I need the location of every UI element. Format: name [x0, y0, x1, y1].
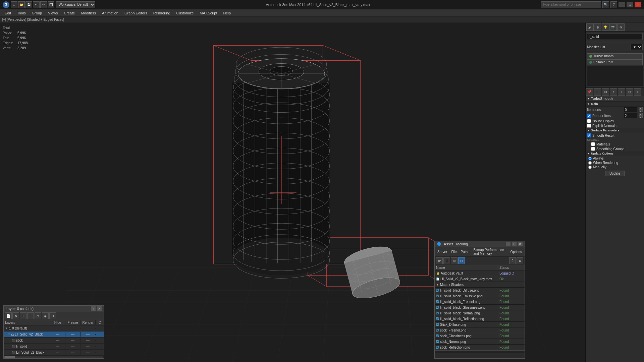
iterations-down[interactable]: ▼ — [639, 110, 643, 112]
asset-row-normal[interactable]: 🖼 lil_solid_black_Normal.png Found — [435, 310, 525, 316]
layer-row-lil-solid[interactable]: ⬛ lil_solid — — — — [4, 344, 104, 350]
render-iters-input[interactable] — [624, 113, 637, 118]
asset-tool-settings[interactable]: ⚙ — [517, 257, 523, 264]
layer-row-lil-solid-v2[interactable]: ⬛ Lil_Solid_v2_Black — — — — [4, 350, 104, 356]
asset-row-reflection[interactable]: 🖼 lil_solid_black_Reflection.png Found — [435, 316, 525, 322]
menu-help[interactable]: Help — [221, 10, 234, 16]
asset-scrollbar[interactable] — [435, 350, 525, 353]
rp-icon-4[interactable]: 📷 — [609, 23, 617, 31]
asset-tool-3[interactable]: ⊞ — [451, 257, 458, 264]
layer-row-solid-v2[interactable]: ▼ 🗂 Lil_Solid_v2_Black — — — — [4, 331, 104, 338]
redo-btn[interactable]: ↪ — [40, 1, 47, 8]
rp-stack-cfg[interactable]: ⚙ — [602, 88, 609, 96]
asset-row-vault[interactable]: 🔒 Autodesk Vault Logged O — [435, 270, 525, 276]
rp-stack-dn[interactable]: ↓ — [618, 88, 625, 96]
menu-customize[interactable]: Customize — [174, 10, 197, 16]
layer-tool-delete[interactable]: ✕ — [12, 312, 19, 319]
iterations-input[interactable] — [624, 107, 637, 112]
layer-panel-close[interactable]: ✕ — [97, 306, 102, 311]
rp-stack-up[interactable]: ↑ — [610, 88, 617, 96]
rp-stack-show-end[interactable]: ≡ — [634, 88, 641, 96]
layer-tool-current[interactable]: ⊙ — [49, 312, 56, 319]
asset-menu-paths[interactable]: Paths — [460, 250, 471, 254]
minimize-button[interactable]: — — [619, 2, 625, 7]
modifier-list-dropdown[interactable]: ▼ — [631, 44, 643, 50]
new-btn[interactable]: □ — [11, 1, 17, 8]
rp-stack-pin[interactable]: 📌 — [586, 88, 593, 96]
menu-maxscript[interactable]: MAXScript — [197, 10, 220, 16]
update-options-section[interactable]: ▼ Update Options — [586, 151, 644, 156]
rp-icon-2[interactable]: ⊕ — [594, 23, 601, 31]
asset-row-fresnel[interactable]: 🖼 lil_solid_black_Fresnel.png Found — [435, 299, 525, 305]
layer-tool-select[interactable]: ◇ — [35, 312, 41, 319]
layer-tool-add[interactable]: + — [20, 312, 26, 319]
menu-tools[interactable]: Tools — [14, 10, 29, 16]
object-name-field[interactable] — [587, 33, 643, 40]
workspace-dropdown[interactable]: Workspace: Default — [56, 1, 95, 8]
render-iters-down[interactable]: ▼ — [639, 116, 643, 118]
search-button[interactable]: 🔍 — [602, 1, 609, 8]
asset-row-stick-glossiness[interactable]: 🖼 stick_Glossiness.png Found — [435, 333, 525, 339]
layer-row-default[interactable]: ▼ 🗂 0 (default) — [4, 325, 104, 331]
layer-tool-highlight[interactable]: ◈ — [42, 312, 49, 319]
turbosmooth-section-title[interactable]: ▼ TurboSmooth — [586, 96, 644, 102]
menu-group[interactable]: Group — [29, 10, 45, 16]
modifier-turbosmooth[interactable]: TurboSmooth — [587, 53, 643, 59]
rp-icon-3[interactable]: 💡 — [602, 23, 609, 31]
layer-tool-new[interactable]: 📄 — [5, 312, 12, 319]
update-button[interactable]: Update — [605, 171, 625, 176]
manually-radio[interactable] — [588, 166, 592, 169]
modifier-editable-poly[interactable]: Editable Poly — [587, 59, 643, 65]
close-button[interactable]: ✕ — [635, 2, 641, 7]
open-btn[interactable]: 📂 — [18, 1, 25, 8]
rp-icon-1[interactable]: 🖌 — [586, 23, 594, 31]
render-iters-checkbox[interactable] — [587, 114, 591, 118]
asset-menu-options[interactable]: Options — [509, 250, 523, 254]
asset-panel-close[interactable]: ✕ — [518, 242, 523, 246]
materials-checkbox[interactable] — [591, 142, 595, 146]
isoline-checkbox[interactable] — [587, 119, 591, 123]
iterations-up[interactable]: ▲ — [639, 107, 643, 110]
menu-rendering[interactable]: Rendering — [151, 10, 173, 16]
asset-panel-maximize[interactable]: □ — [512, 242, 517, 246]
layer-scroll-thumb[interactable] — [5, 356, 15, 358]
render-iters-up[interactable]: ▲ — [639, 113, 643, 116]
asset-menu-bitmap-perf[interactable]: Bitmap Performance and Memory — [472, 248, 507, 256]
asset-menu-file[interactable]: File — [450, 250, 458, 254]
main-section-title[interactable]: ▼ Main — [586, 102, 644, 107]
menu-views[interactable]: Views — [45, 10, 60, 16]
asset-tool-help[interactable]: ? — [509, 257, 516, 264]
menu-create[interactable]: Create — [61, 10, 77, 16]
help-search-btn[interactable]: ? — [610, 1, 617, 8]
layer-scrollbar[interactable] — [4, 356, 104, 358]
asset-row-stick-fresnel[interactable]: 🖼 stick_Fresnel.png Found — [435, 327, 525, 333]
maximize-button[interactable]: □ — [627, 2, 633, 7]
asset-row-maps-folder[interactable]: ▼ Maps / Shaders — [435, 282, 525, 288]
asset-row-stick-reflection[interactable]: 🖼 stick_Reflection.png Found — [435, 345, 525, 350]
menu-edit[interactable]: Edit — [2, 10, 14, 16]
asset-row-glossiness[interactable]: 🖼 lil_solid_black_Glossiness.png Found — [435, 305, 525, 310]
asset-row-emissive[interactable]: 🖼 lil_solid_black_Emissive.png Found — [435, 293, 525, 299]
asset-row-stick-normal[interactable]: 🖼 stick_Normal.png Found — [435, 339, 525, 345]
asset-row-diffuse[interactable]: 🖼 lil_solid_black_Diffuse.png Found — [435, 288, 525, 293]
when-rendering-radio[interactable] — [588, 161, 592, 165]
layer-panel-help[interactable]: ? — [91, 306, 96, 311]
asset-tool-4[interactable]: ⊟ — [458, 257, 465, 264]
layer-row-stick[interactable]: ⬛ stick — — — — [4, 338, 104, 344]
save-btn[interactable]: 💾 — [25, 1, 32, 8]
search-input[interactable] — [541, 1, 601, 8]
menu-animation[interactable]: Animation — [99, 10, 121, 16]
always-radio[interactable] — [588, 157, 592, 160]
asset-tool-1[interactable]: ⟳ — [436, 257, 443, 264]
menu-modifiers[interactable]: Modifiers — [78, 10, 99, 16]
viewport[interactable]: Total Polys: 5,996 Tris: 5,996 Edges: 17… — [0, 23, 585, 362]
asset-menu-server[interactable]: Server — [436, 250, 448, 254]
asset-row-stick-diffuse[interactable]: 🖼 Stick_Diffuse.png Found — [435, 322, 525, 327]
undo-btn[interactable]: ↩ — [33, 1, 40, 8]
surface-params-section[interactable]: ▼ Surface Parameters — [586, 128, 644, 133]
rp-stack-unique[interactable]: ⊡ — [626, 88, 633, 96]
asset-tool-2[interactable]: ☰ — [443, 257, 450, 264]
rp-icon-5[interactable]: ⛭ — [617, 23, 625, 31]
layer-scroll-track[interactable] — [4, 356, 103, 358]
smoothing-groups-checkbox[interactable] — [591, 147, 595, 151]
